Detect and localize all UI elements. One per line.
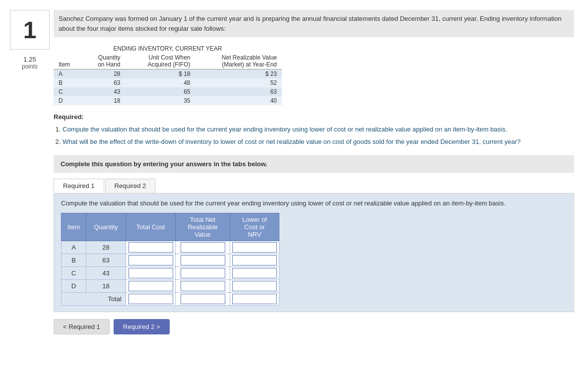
required-label: Required: [54, 113, 574, 121]
ans-cost-input[interactable] [126, 241, 176, 254]
ans-lower-input[interactable] [230, 254, 279, 266]
inv-quantity: 63 [82, 78, 126, 87]
ans-qty: 18 [86, 279, 126, 292]
ans-col-item: Item [62, 213, 86, 241]
answer-table-container: Item Quantity Total Cost Total NetRealiz… [61, 213, 567, 306]
ans-lower-input[interactable] [230, 279, 279, 292]
nav-buttons: < Required 1 Required 2 > [54, 319, 574, 334]
answer-row: A 28 [62, 241, 279, 254]
inv-nrv: $ 23 [195, 69, 282, 79]
total-nrv-field[interactable] [181, 294, 225, 304]
inv-nrv: 52 [195, 78, 282, 87]
ans-qty: 28 [86, 241, 126, 254]
ans-total-lower-input[interactable] [230, 292, 279, 305]
ans-nrv-input[interactable] [176, 279, 230, 292]
ans-item: D [62, 279, 86, 292]
ans-qty: 63 [86, 254, 126, 266]
answer-row: Total [62, 292, 279, 305]
inv-item: A [54, 69, 82, 79]
ans-lower-input[interactable] [230, 266, 279, 279]
ans-col-total-cost: Total Cost [126, 213, 176, 241]
tabs-row: Required 1 Required 2 [54, 179, 574, 194]
instructions-bar: Complete this question by entering your … [54, 155, 574, 173]
ans-nrv-input[interactable] [176, 241, 230, 254]
ans-cost-input[interactable] [126, 266, 176, 279]
inventory-table-wrapper: ENDING INVENTORY, CURRENT YEAR Item Quan… [54, 44, 574, 105]
ans-item: A [62, 241, 86, 254]
answer-row: C 43 [62, 266, 279, 279]
nrv-field-b[interactable] [181, 255, 225, 265]
problem-text: Sanchez Company was formed on January 1 … [54, 10, 574, 37]
inv-quantity: 28 [82, 69, 126, 79]
cost-field-b[interactable] [129, 255, 173, 265]
col-unit-cost: Unit Cost WhenAcquired (FIFO) [126, 53, 195, 69]
tab-description: Compute the valuation that should be use… [61, 199, 567, 207]
tab-required2[interactable]: Required 2 [105, 179, 156, 193]
ans-total-cost-input[interactable] [126, 292, 176, 305]
lower-field-c[interactable] [232, 268, 277, 278]
ans-lower-input[interactable] [230, 241, 279, 254]
col-nrv: Net Realizable Value(Market) at Year-End [195, 53, 282, 69]
question-number: 1 [10, 10, 50, 50]
inv-quantity: 18 [82, 96, 126, 105]
inv-quantity: 43 [82, 87, 126, 96]
inv-unit-cost: 65 [126, 87, 195, 96]
lower-field-d[interactable] [232, 281, 277, 291]
lower-field-b[interactable] [232, 255, 277, 265]
ans-col-total-nrv: Total NetRealizableValue [176, 213, 230, 241]
required-items: Compute the valuation that should be use… [54, 125, 574, 147]
ans-item: C [62, 266, 86, 279]
inventory-row: B 63 48 52 [54, 78, 282, 87]
col-item: Item [54, 53, 82, 69]
tab-content-area: Compute the valuation that should be use… [54, 194, 574, 312]
points-value: 1.25 [22, 56, 38, 63]
next-button[interactable]: Required 2 > [114, 319, 170, 334]
inventory-row: C 43 65 63 [54, 87, 282, 96]
ans-total-nrv-input[interactable] [176, 292, 230, 305]
inv-unit-cost: 48 [126, 78, 195, 87]
prev-button[interactable]: < Required 1 [54, 319, 110, 334]
ans-nrv-input[interactable] [176, 254, 230, 266]
ans-cost-input[interactable] [126, 279, 176, 292]
nrv-field-d[interactable] [181, 281, 225, 291]
ans-item: B [62, 254, 86, 266]
lower-field-a[interactable] [232, 242, 277, 253]
points-label: points [22, 63, 38, 70]
total-cost-field[interactable] [129, 294, 173, 304]
ans-col-lower: Lower ofCost orNRV [230, 213, 279, 241]
ans-col-quantity: Quantity [86, 213, 126, 241]
inv-item: D [54, 96, 82, 105]
inv-nrv: 40 [195, 96, 282, 105]
answer-row: B 63 [62, 254, 279, 266]
nrv-field-c[interactable] [181, 268, 225, 278]
cost-field-a[interactable] [129, 242, 173, 253]
total-lower-field[interactable] [232, 294, 277, 304]
ans-qty: 43 [86, 266, 126, 279]
nrv-field-a[interactable] [181, 242, 225, 253]
answer-table: Item Quantity Total Cost Total NetRealiz… [61, 213, 279, 306]
inventory-row: D 18 35 40 [54, 96, 282, 105]
table-title: ENDING INVENTORY, CURRENT YEAR [54, 44, 282, 53]
inv-unit-cost: $ 18 [126, 69, 195, 79]
ans-total-label: Total [62, 292, 126, 305]
inv-item: B [54, 78, 82, 87]
cost-field-c[interactable] [129, 268, 173, 278]
inv-nrv: 63 [195, 87, 282, 96]
tab-required1[interactable]: Required 1 [54, 179, 104, 193]
answer-row: D 18 [62, 279, 279, 292]
col-quantity: Quantityon Hand [82, 53, 126, 69]
inv-item: C [54, 87, 82, 96]
inventory-row: A 28 $ 18 $ 23 [54, 69, 282, 79]
cost-field-d[interactable] [129, 281, 173, 291]
ans-cost-input[interactable] [126, 254, 176, 266]
inv-unit-cost: 35 [126, 96, 195, 105]
ans-nrv-input[interactable] [176, 266, 230, 279]
